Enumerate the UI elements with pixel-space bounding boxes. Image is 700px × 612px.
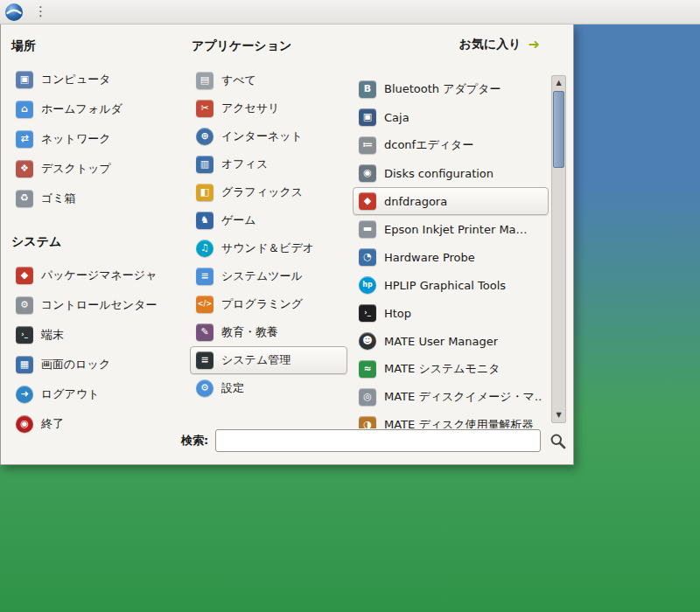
menu-item-accessories[interactable]: ✂ アクセサリ xyxy=(190,94,347,122)
menu-popup: 場所 ▣ コンピュータ ⌂ ホームフォルダ ⇄ ネットワーク ❖ デスクトップ … xyxy=(0,24,574,465)
menu-item-hardware-probe[interactable]: ◔ Hardware Probe xyxy=(353,243,549,271)
menu-item-office[interactable]: ▥ オフィス xyxy=(190,150,347,178)
menu-item-home-folder[interactable]: ⌂ ホームフォルダ xyxy=(10,94,183,124)
item-label: オフィス xyxy=(221,156,268,172)
lock-screen-icon: ▦ xyxy=(16,356,33,373)
menu-item-games[interactable]: ♞ ゲーム xyxy=(190,206,347,234)
favorites-arrow-icon: ➜ xyxy=(528,38,540,52)
mate-menu-logo-icon[interactable] xyxy=(4,3,24,22)
item-label: Hardware Probe xyxy=(384,251,475,264)
menu-item-bluetooth-adapter[interactable]: B Bluetooth アダプター xyxy=(353,75,549,103)
menu-item-caja[interactable]: ▣ Caja xyxy=(353,103,549,131)
menu-item-education[interactable]: ✎ 教育・教養 xyxy=(190,318,347,346)
logout-icon: ➜ xyxy=(16,386,33,403)
package-manager-icon: ◆ xyxy=(16,267,33,284)
menu-item-trash[interactable]: ♻ ゴミ箱 xyxy=(10,184,183,213)
scroll-up-icon[interactable]: ▲ xyxy=(552,77,565,89)
item-label: システム管理 xyxy=(221,352,290,368)
item-label: インターネット xyxy=(221,129,303,144)
scroll-down-icon[interactable]: ▼ xyxy=(552,409,565,421)
menu-item-mate-user-manager[interactable]: ☻ MATE User Manager xyxy=(353,327,549,355)
item-label: ネットワーク xyxy=(41,131,111,147)
item-label: dnfdragora xyxy=(384,195,447,208)
favorites-label: お気に入り xyxy=(459,37,522,52)
menu-item-sound-video[interactable]: ♫ サウンド＆ビデオ xyxy=(190,234,347,262)
menu-item-mate-disk-usage[interactable]: ◑ MATE ディスク使用量解析器 xyxy=(353,411,549,428)
item-label: 端末 xyxy=(41,327,64,343)
mate-system-monitor-icon: ≈ xyxy=(359,360,376,378)
shutdown-icon: ◉ xyxy=(16,415,33,433)
item-label: Htop xyxy=(384,307,411,320)
menu-item-disks-configuration[interactable]: ◉ Disks configuration xyxy=(353,159,549,187)
item-label: Bluetooth アダプター xyxy=(384,81,500,97)
htop-icon: ›_ xyxy=(359,304,376,322)
item-label: ホームフォルダ xyxy=(41,101,122,117)
favorites-header[interactable]: お気に入り ➜ xyxy=(459,37,540,52)
mate-disk-usage-icon: ◑ xyxy=(359,416,376,428)
item-label: dconfエディター xyxy=(384,137,473,153)
sound-video-icon: ♫ xyxy=(196,240,214,257)
item-label: グラフィックス xyxy=(221,184,303,200)
education-icon: ✎ xyxy=(196,323,214,341)
scrollbar-thumb[interactable] xyxy=(553,91,564,168)
dnfdragora-icon: ◆ xyxy=(359,192,376,210)
menu-item-system-administration[interactable]: ≡ システム管理 xyxy=(190,346,347,374)
search-icon[interactable] xyxy=(548,431,567,450)
hplip-graphical-tools-icon: hp xyxy=(359,276,376,294)
system-list: ◆ パッケージマネージャ ⚙ コントロールセンター ›_ 端末 ▦ 画面のロック… xyxy=(10,261,183,439)
menu-item-hplip-graphical-tools[interactable]: hp HPLIP Graphical Tools xyxy=(353,271,549,299)
menu-item-mate-system-monitor[interactable]: ≈ MATE システムモニタ xyxy=(353,355,549,383)
menu-item-terminal[interactable]: ›_ 端末 xyxy=(10,320,183,350)
item-label: MATE User Manager xyxy=(384,335,498,348)
scrollbar[interactable]: ▲ ▼ xyxy=(551,75,566,423)
internet-icon: ⊕ xyxy=(196,128,214,145)
item-label: コントロールセンター xyxy=(41,297,157,313)
menu-item-dconf-editor[interactable]: ≔ dconfエディター xyxy=(353,131,549,159)
menu-item-internet[interactable]: ⊕ インターネット xyxy=(190,122,347,150)
item-label: Epson Inkjet Printer Ma… xyxy=(384,223,528,236)
top-panel: ⋮ xyxy=(0,0,700,24)
panel-menu-dots-icon[interactable]: ⋮ xyxy=(34,5,47,18)
games-icon: ♞ xyxy=(196,212,214,229)
menu-item-htop[interactable]: ›_ Htop xyxy=(353,299,549,327)
application-categories-list: ▤ すべて ✂ アクセサリ ⊕ インターネット ▥ オフィス ◧ グラフィックス… xyxy=(190,66,347,402)
menu-item-programming[interactable]: </> プログラミング xyxy=(190,290,347,318)
applications-column: アプリケーション ▤ すべて ✂ アクセサリ ⊕ インターネット ▥ オフィス … xyxy=(190,31,347,402)
menu-item-lock-screen[interactable]: ▦ 画面のロック xyxy=(10,350,183,379)
computer-icon: ▣ xyxy=(16,71,33,88)
bluetooth-adapter-icon: B xyxy=(359,80,376,98)
disks-configuration-icon: ◉ xyxy=(359,164,376,182)
menu-item-all-applications[interactable]: ▤ すべて xyxy=(190,66,347,94)
menu-item-logout[interactable]: ➜ ログアウト xyxy=(10,379,183,409)
menu-item-network[interactable]: ⇄ ネットワーク xyxy=(10,124,183,154)
search-input[interactable] xyxy=(215,429,541,452)
search-label: 検索: xyxy=(181,433,208,449)
menu-item-mate-disk-image[interactable]: ◎ MATE ディスクイメージ・マ… xyxy=(353,383,549,411)
menu-item-shutdown[interactable]: ◉ 終了 xyxy=(10,409,183,439)
item-label: システムツール xyxy=(221,268,303,284)
item-label: すべて xyxy=(221,73,256,88)
menu-item-desktop[interactable]: ❖ デスクトップ xyxy=(10,154,183,184)
system-header: システム xyxy=(11,234,183,250)
menu-item-settings[interactable]: ⚙ 設定 xyxy=(190,374,347,402)
item-label: 終了 xyxy=(41,416,64,432)
item-label: ゴミ箱 xyxy=(41,191,76,206)
programming-icon: </> xyxy=(196,296,214,313)
home-folder-icon: ⌂ xyxy=(16,101,33,118)
menu-item-epson-inkjet-printer[interactable]: ▬ Epson Inkjet Printer Ma… xyxy=(353,215,549,243)
item-label: デスクトップ xyxy=(41,161,111,177)
applications-header: アプリケーション xyxy=(192,38,347,54)
graphics-icon: ◧ xyxy=(196,184,214,201)
system-administration-icon: ≡ xyxy=(196,351,214,369)
menu-item-control-center[interactable]: ⚙ コントロールセンター xyxy=(10,290,183,320)
menu-item-dnfdragora[interactable]: ◆ dnfdragora xyxy=(353,187,549,215)
item-label: MATE ディスク使用量解析器 xyxy=(384,417,534,428)
search-row: 検索: xyxy=(181,429,567,452)
item-label: MATE ディスクイメージ・マ… xyxy=(384,389,542,405)
mate-disk-image-icon: ◎ xyxy=(359,388,376,406)
menu-item-graphics[interactable]: ◧ グラフィックス xyxy=(190,178,347,206)
menu-item-computer[interactable]: ▣ コンピュータ xyxy=(10,65,183,94)
menu-item-package-manager[interactable]: ◆ パッケージマネージャ xyxy=(10,261,183,290)
menu-item-system-tools[interactable]: ≡ システムツール xyxy=(190,262,347,290)
mate-user-manager-icon: ☻ xyxy=(359,332,376,350)
